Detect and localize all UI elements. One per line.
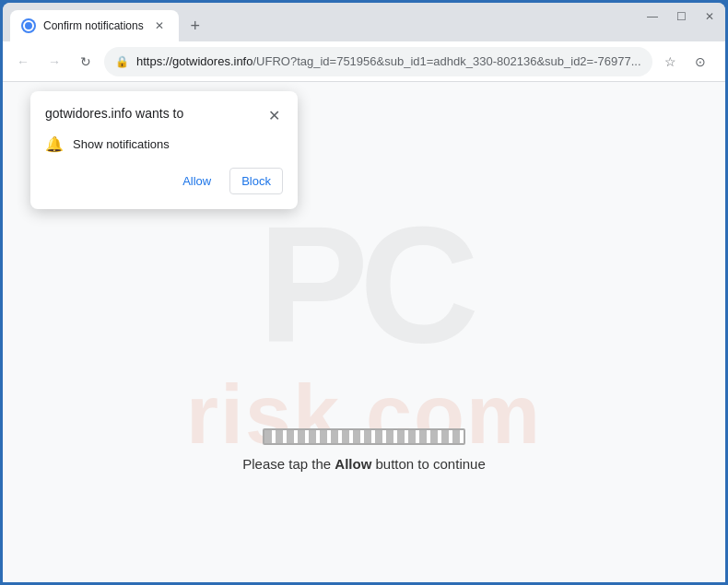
address-bar[interactable]: 🔒 https://gotwidores.info/UFRO?tag_id=75… xyxy=(104,47,652,76)
block-button[interactable]: Block xyxy=(229,168,283,194)
allow-button[interactable]: Allow xyxy=(171,168,222,194)
nav-right-icons: ☆ ⊙ ⋮ xyxy=(658,49,726,75)
menu-button[interactable]: ⋮ xyxy=(717,49,726,75)
instruction-bold: Allow xyxy=(335,456,371,472)
account-icon: ⊙ xyxy=(695,54,706,69)
maximize-button[interactable]: ☐ xyxy=(676,10,687,23)
account-button[interactable]: ⊙ xyxy=(687,49,713,75)
dialog-title: gotwidores.info wants to xyxy=(45,106,183,121)
address-domain: https://gotwidores.info xyxy=(136,54,252,68)
address-path: /UFRO?tag_id=751956&sub_id1=adhdk_330-80… xyxy=(252,54,640,68)
menu-icon: ⋮ xyxy=(723,54,726,69)
star-icon: ☆ xyxy=(664,54,676,69)
reload-button[interactable]: ↻ xyxy=(73,49,99,75)
lock-icon: 🔒 xyxy=(115,55,129,68)
tab-favicon-icon xyxy=(21,18,36,33)
browser-window: Confirm notifications ✕ + — ☐ ✕ ← → ↻ 🔒 … xyxy=(3,3,725,582)
navigation-bar: ← → ↻ 🔒 https://gotwidores.info/UFRO?tag… xyxy=(3,41,725,82)
page-instruction-text: Please tap the Allow button to continue xyxy=(242,456,486,472)
window-controls: — ☐ ✕ xyxy=(647,10,714,23)
watermark-pc-text: PC xyxy=(258,202,470,368)
dialog-header: gotwidores.info wants to ✕ xyxy=(45,106,283,124)
show-notifications-text: Show notifications xyxy=(73,137,170,151)
instruction-prefix: Please tap the xyxy=(242,456,335,472)
dialog-notification-row: 🔔 Show notifications xyxy=(45,135,283,153)
fake-progress-bar xyxy=(263,428,465,445)
close-window-button[interactable]: ✕ xyxy=(705,10,714,23)
tab-bar: Confirm notifications ✕ + xyxy=(3,3,725,41)
back-button[interactable]: ← xyxy=(10,49,36,75)
new-tab-button[interactable]: + xyxy=(182,13,208,39)
dialog-close-button[interactable]: ✕ xyxy=(264,106,283,124)
bookmark-button[interactable]: ☆ xyxy=(658,49,684,75)
instruction-suffix: button to continue xyxy=(371,456,485,472)
address-text: https://gotwidores.info/UFRO?tag_id=7519… xyxy=(136,54,641,68)
page-instruction-area: Please tap the Allow button to continue xyxy=(3,428,725,472)
active-tab[interactable]: Confirm notifications ✕ xyxy=(10,10,179,41)
bell-icon: 🔔 xyxy=(45,135,64,153)
dialog-buttons: Allow Block xyxy=(45,168,283,194)
forward-button[interactable]: → xyxy=(41,49,67,75)
page-content: PC risk.com gotwidores.info wants to ✕ 🔔… xyxy=(3,82,725,582)
tab-title: Confirm notifications xyxy=(43,19,144,32)
minimize-button[interactable]: — xyxy=(647,10,658,23)
notification-dialog: gotwidores.info wants to ✕ 🔔 Show notifi… xyxy=(30,91,298,209)
tab-close-button[interactable]: ✕ xyxy=(151,18,168,34)
